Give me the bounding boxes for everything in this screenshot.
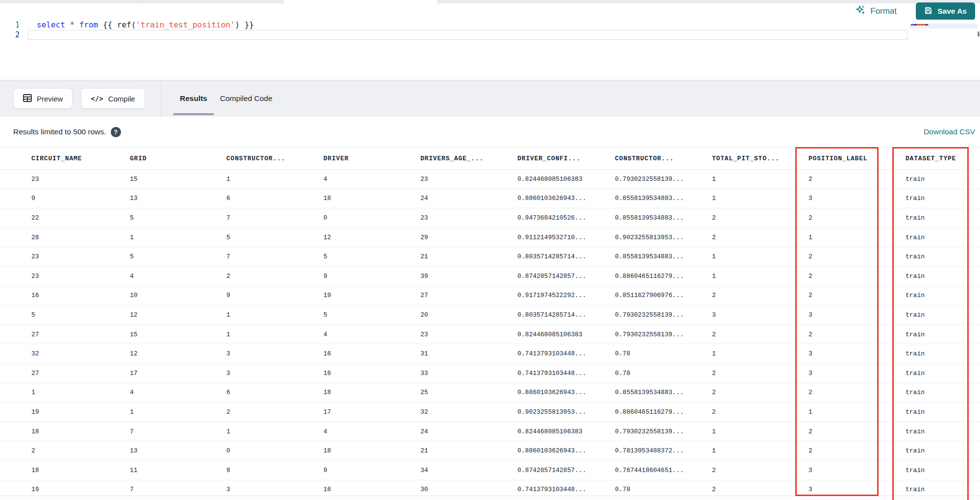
table-cell: 4 (130, 389, 226, 396)
table-cell: 28 (31, 234, 130, 241)
table-cell: 0.8558139534883... (615, 253, 712, 260)
table-cell: 18 (31, 428, 130, 435)
table-row: 1610919270.9171974522292...0.85116279069… (0, 286, 980, 306)
table-cell: 0.8558139534883... (615, 195, 712, 202)
table-cell: 21 (420, 447, 517, 454)
table-cell: 0.7413793103448... (517, 370, 615, 377)
table-cell: 1 (808, 234, 906, 241)
table-cell: 2 (808, 214, 906, 222)
table-cell: train (906, 175, 980, 183)
editor-scrollbar[interactable] (978, 31, 980, 37)
table-cell: 2 (808, 428, 906, 435)
table-cell: 23 (31, 273, 130, 280)
tab-divider (438, 0, 438, 3)
table-cell: 24 (420, 195, 517, 202)
table-cell: 3 (808, 350, 906, 357)
table-cell: 1 (226, 175, 323, 183)
table-cell: 0.8558139534883... (615, 214, 712, 222)
table-cell: 0.8860103626943... (517, 195, 615, 202)
table-cell: 9 (323, 467, 420, 474)
table-row: 281512290.9112149532710...0.902325581395… (0, 228, 980, 248)
question-circle-icon[interactable]: ? (111, 127, 121, 137)
tab-compiled-code-label: Compiled Code (220, 94, 272, 103)
table-cell: 32 (31, 350, 130, 357)
table-cell: 11 (130, 467, 226, 474)
table-cell: 2 (808, 273, 906, 280)
table-body: 231514230.8244680851063830.7930232558139… (0, 170, 980, 496)
question-glyph: ? (114, 128, 118, 136)
jinja-function: ref( (117, 20, 136, 29)
table-cell: 1 (808, 408, 906, 416)
table-cell: train (906, 214, 980, 222)
table-cell: 34 (420, 467, 517, 474)
table-cell: 0.8511627906976... (615, 292, 712, 299)
table-row: 23575210.8035714285714...0.8558139534883… (0, 247, 980, 267)
column-header: DRIVER_CONFI... (517, 155, 615, 162)
table-cell: 2 (712, 234, 808, 241)
table-cell: 12 (323, 234, 420, 241)
table-cell: 0.7674418604651... (615, 467, 712, 474)
results-limit-text: Results limited to 500 rows. (13, 127, 106, 136)
table-cell: 0 (323, 214, 420, 222)
table-cell: 15 (130, 331, 226, 338)
table-cell: train (906, 408, 980, 416)
compile-button[interactable]: </> Compile (81, 88, 145, 109)
table-cell: 0.7413793103448... (517, 486, 615, 493)
sql-string: 'train_test_position' (136, 20, 235, 29)
table-cell: 0.8558139534883... (615, 389, 712, 396)
format-button[interactable]: Format (856, 2, 897, 20)
table-cell: 2 (712, 408, 808, 416)
table-cell: 4 (323, 175, 420, 183)
table-row: 18714240.8244680851063830.7930232558139.… (0, 422, 980, 442)
table-cell: 0.824468085106383 (517, 428, 615, 435)
editor-tab-strip (0, 0, 980, 3)
download-csv-link[interactable]: Download CSV (924, 127, 975, 136)
table-row: 14618250.8860103626943...0.8558139534883… (0, 383, 980, 403)
table-cell: 23 (31, 175, 130, 183)
table-cell: 15 (130, 175, 226, 183)
table-cell: 2 (712, 331, 808, 338)
table-cell: 33 (420, 370, 517, 377)
editor-minimap[interactable] (910, 24, 978, 28)
table-cell: 17 (323, 408, 420, 416)
table-cell: 8 (226, 467, 323, 474)
table-cell: 2 (712, 389, 808, 396)
table-row: 22570230.9473684210526...0.8558139534883… (0, 208, 980, 228)
editor-file-tab[interactable] (284, 0, 438, 3)
table-cell: 0.9023255813953... (615, 234, 712, 241)
compile-button-label: Compile (108, 95, 135, 103)
tab-results[interactable]: Results (173, 80, 214, 117)
table-cell: 1 (712, 350, 808, 357)
table-cell: 2 (808, 175, 906, 183)
results-panel-header: Preview </> Compile Results Compiled Cod… (0, 80, 980, 117)
save-as-button[interactable]: Save As (916, 2, 975, 20)
table-cell: train (906, 273, 980, 280)
table-cell: 0.9171974522292... (517, 292, 615, 299)
table-cell: 7 (130, 486, 226, 493)
table-cell: 18 (323, 389, 420, 396)
format-button-label: Format (870, 6, 897, 16)
table-cell: train (906, 428, 980, 435)
table-cell: 9 (31, 195, 130, 202)
table-row: 213018210.8860103626943...0.781395348837… (0, 441, 980, 461)
table-cell: 0.7813953488372... (615, 447, 712, 454)
table-cell: 9 (226, 292, 323, 299)
table-cell: 1 (31, 389, 130, 396)
table-cell: train (906, 253, 980, 260)
table-cell: 0.78 (615, 370, 712, 377)
table-cell: 3 (808, 195, 906, 202)
results-tabs: Results Compiled Code (161, 80, 279, 117)
table-row: 3212316310.7413793103448...0.7813train (0, 344, 980, 364)
minimap-code-line (911, 24, 938, 25)
jinja-delimiter: {{ (98, 20, 117, 29)
code-line-1[interactable]: select * from {{ ref('train_test_positio… (37, 20, 254, 30)
table-cell: train (906, 331, 980, 338)
table-cell: 0.7930232558139... (615, 428, 712, 435)
preview-button[interactable]: Preview (13, 88, 73, 109)
table-cell: train (906, 389, 980, 396)
tab-compiled-code[interactable]: Compiled Code (214, 80, 279, 117)
table-cell: 6 (226, 195, 323, 202)
table-cell: 2 (808, 331, 906, 338)
table-grid-icon (23, 94, 32, 103)
sql-editor[interactable]: 1 2 select * from {{ ref('train_test_pos… (0, 20, 980, 80)
